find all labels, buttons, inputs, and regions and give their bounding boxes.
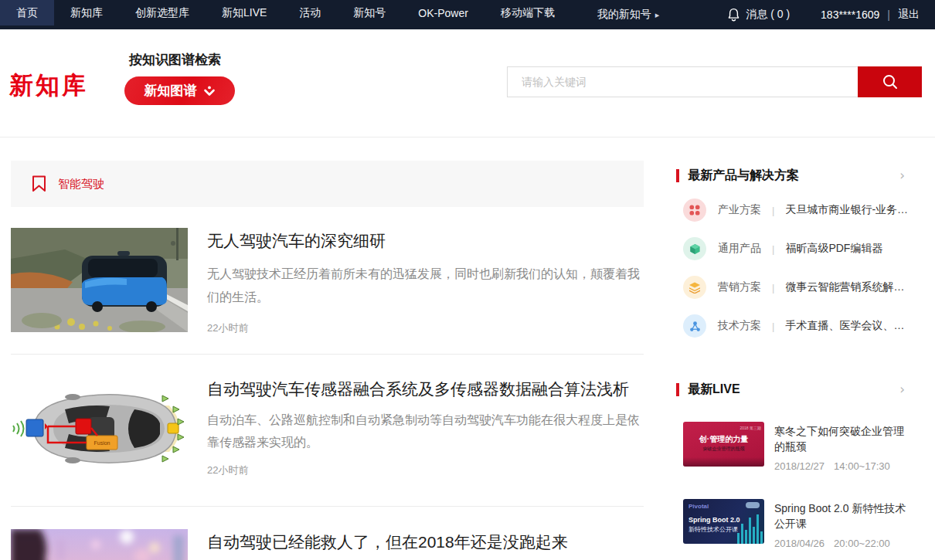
poster-cloud-decoration — [746, 502, 760, 508]
article-thumbnail-night-city-photo[interactable] — [11, 529, 188, 560]
search-bar — [507, 66, 922, 97]
messages-link[interactable]: 消息 ( 0 ) — [746, 8, 790, 22]
nav-item-xinzhihao[interactable]: 新知号 — [337, 0, 402, 25]
product-item[interactable]: 营销方案 | 微事云智能营销系统解… — [683, 268, 915, 307]
poster-brand: Pivotal — [688, 503, 709, 510]
products-section-header: 最新产品与解决方案 › — [676, 168, 922, 183]
nav-item-innovation-library[interactable]: 创新选型库 — [119, 0, 206, 25]
my-account-menu[interactable]: 我的新知号 ▸ — [597, 8, 660, 22]
live-item-text: Spring Boot 2.0 新特性技术 公开课 2018/04/2620:0… — [774, 499, 915, 549]
product-category: 产业方案 — [718, 203, 761, 217]
live-section-header: 最新LIVE › — [676, 382, 922, 397]
poster-line2: 新特性技术公开课 — [688, 525, 738, 534]
nav-separator: | — [887, 8, 890, 21]
nav-item-home[interactable]: 首页 — [0, 0, 54, 25]
chevron-right-icon[interactable]: › — [899, 168, 905, 183]
knowledge-graph-button[interactable]: 新知图谱 — [124, 76, 235, 105]
nav-item-live[interactable]: 新知LIVE — [206, 0, 283, 25]
grid-dots-icon — [683, 199, 706, 222]
live-time: 20:00~22:00 — [834, 538, 890, 549]
top-navbar: 首页 新知库 创新选型库 新知LIVE 活动 新知号 OK-Power 移动端下… — [0, 0, 935, 29]
live-title[interactable]: 寒冬之下如何突破企业管理 的瓶颈 — [774, 423, 915, 454]
nav-item-ok-power[interactable]: OK-Power — [402, 0, 484, 25]
article-body: 无人驾驶汽车的深究细研 无人驾驶技术正经历着前所未有的迅猛发展，同时也刷新我们的… — [207, 228, 644, 335]
nav-item-mobile-download[interactable]: 移动端下载 — [484, 0, 571, 25]
site-logo[interactable]: 新知库 — [9, 70, 88, 102]
logout-button[interactable]: 退出 — [898, 8, 920, 22]
product-item[interactable]: 通用产品 | 福昕高级PDF编辑器 — [683, 229, 915, 268]
knowledge-graph-button-label: 新知图谱 — [144, 82, 197, 100]
article-item: Fusion 自动驾驶汽车传感器融合系统及多传感器数据融合算法浅析 自动泊车、公… — [11, 376, 644, 480]
product-item[interactable]: 技术方案 | 手术直播、医学会议、… — [683, 307, 915, 345]
product-separator: | — [772, 205, 774, 216]
live-item-text: 寒冬之下如何突破企业管理 的瓶颈 2018/12/2714:00~17:30 — [774, 422, 915, 472]
nav-item-activities[interactable]: 活动 — [283, 0, 337, 25]
cube-icon — [683, 237, 706, 260]
article-summary: 自动泊车、公路巡航控制和自动紧急制动等自动驾驶汽车功能在很大程度上是依 靠传感器… — [207, 409, 644, 453]
poster-main-line: 创·管理的力量 — [683, 434, 764, 445]
nav-item-xinzhiku[interactable]: 新知库 — [54, 0, 119, 25]
product-item[interactable]: 产业方案 | 天旦城市商业银行-业务… — [683, 191, 915, 229]
section-accent-bar — [676, 169, 679, 182]
nav-menu: 首页 新知库 创新选型库 新知LIVE 活动 新知号 OK-Power 移动端下… — [0, 0, 571, 29]
nav-user-area: 我的新知号 ▸ 消息 ( 0 ) 183****1609 | 退出 — [597, 0, 935, 29]
article-item: 自动驾驶已经能救人了，但在2018年还是没跑起来 — [11, 529, 644, 560]
article-time: 22小时前 — [207, 321, 644, 335]
category-card: 智能驾驶 — [11, 161, 644, 207]
article-item: 无人驾驶汽车的深究细研 无人驾驶技术正经历着前所未有的迅猛发展，同时也刷新我们的… — [11, 228, 644, 335]
product-name: 天旦城市商业银行-业务… — [785, 203, 908, 217]
network-icon — [683, 314, 706, 338]
live-date: 2018/04/26 — [774, 538, 824, 549]
layers-icon — [683, 276, 706, 299]
live-item[interactable]: 2018 第三期 创·管理的力量 突破企业管理的瓶颈 寒冬之下如何突破企业管理 … — [683, 422, 916, 472]
live-item[interactable]: Pivotal Spring Boot 2.0 新特性技术公开课 Spring … — [683, 499, 916, 549]
article-body: 自动驾驶汽车传感器融合系统及多传感器数据融合算法浅析 自动泊车、公路巡航控制和自… — [207, 376, 644, 480]
search-icon — [881, 73, 899, 91]
caret-right-icon: ▸ — [655, 10, 660, 20]
product-name: 手术直播、医学会议、… — [785, 319, 904, 333]
product-category: 营销方案 — [718, 280, 761, 294]
live-time: 14:00~17:30 — [834, 460, 890, 472]
bell-icon[interactable] — [727, 8, 740, 22]
product-separator: | — [772, 243, 774, 255]
knowledge-graph-label: 按知识图谱检索 — [129, 51, 221, 69]
chevron-right-icon[interactable]: › — [899, 382, 905, 397]
page: 首页 新知库 创新选型库 新知LIVE 活动 新知号 OK-Power 移动端下… — [0, 0, 935, 560]
bookmark-icon — [31, 175, 47, 193]
search-input[interactable] — [507, 66, 858, 97]
live-section-title: 最新LIVE — [688, 382, 740, 398]
section-accent-bar — [676, 383, 679, 396]
live-title[interactable]: Spring Boot 2.0 新特性技术 公开课 — [774, 501, 915, 531]
article-title[interactable]: 自动驾驶汽车传感器融合系统及多传感器数据融合算法浅析 — [207, 376, 644, 402]
article-title[interactable]: 无人驾驶汽车的深究细研 — [207, 228, 644, 253]
article-thumbnail-bus-photo[interactable] — [11, 228, 188, 332]
article-divider — [11, 354, 644, 355]
logout-label: 退出 — [898, 8, 920, 22]
article-title[interactable]: 自动驾驶已经能救人了，但在2018年还是没跑起来 — [207, 529, 644, 555]
poster-top-line: 2018 第三期 — [683, 426, 761, 430]
article-time: 22小时前 — [207, 463, 644, 477]
live-date: 2018/12/27 — [774, 460, 824, 472]
live-datetime: 2018/12/2714:00~17:30 — [774, 460, 915, 472]
product-category: 技术方案 — [718, 319, 761, 333]
article-summary: 无人驾驶技术正经历着前所未有的迅猛发展，同时也刷新我们的认知，颠覆着我 们的生活… — [207, 263, 644, 309]
search-button[interactable] — [858, 66, 922, 97]
chevron-down-icon — [203, 86, 216, 97]
header-divider — [0, 137, 935, 137]
article-thumbnail-sensor-diagram[interactable]: Fusion — [11, 378, 188, 480]
poster-sub-line: 突破企业管理的瓶颈 — [683, 446, 764, 453]
product-separator: | — [772, 282, 774, 294]
user-phone: 183****1609 — [821, 8, 879, 21]
poster-line1: Spring Boot 2.0 — [688, 516, 740, 524]
article-body: 自动驾驶已经能救人了，但在2018年还是没跑起来 — [207, 529, 644, 560]
category-label[interactable]: 智能驾驶 — [58, 177, 104, 192]
article-divider — [11, 506, 644, 507]
product-name: 微事云智能营销系统解… — [785, 280, 904, 294]
product-name: 福昕高级PDF编辑器 — [785, 242, 882, 256]
poster-bars-decoration — [737, 513, 763, 544]
my-account-label: 我的新知号 — [597, 8, 651, 22]
svg-text:Fusion: Fusion — [94, 440, 110, 446]
live-thumbnail-management-poster: 2018 第三期 创·管理的力量 突破企业管理的瓶颈 — [683, 422, 764, 467]
messages-label: 消息 ( 0 ) — [746, 8, 790, 22]
live-thumbnail-springboot-poster: Pivotal Spring Boot 2.0 新特性技术公开课 — [683, 499, 764, 544]
